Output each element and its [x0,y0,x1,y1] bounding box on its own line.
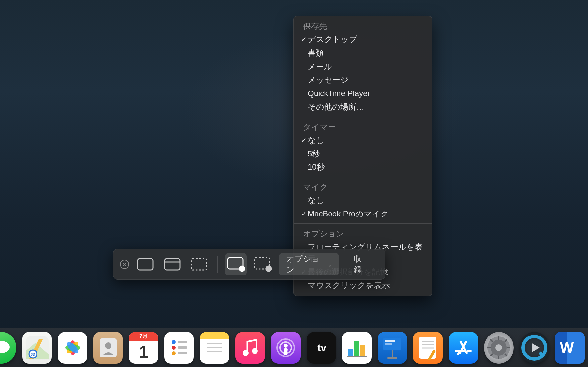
calendar-month: 7月 [129,332,158,341]
capture-window-button[interactable] [161,253,183,275]
keynote-icon [381,335,404,360]
menu-header-microphone: マイク [294,180,432,194]
chevron-down-icon: ⌄ [328,262,332,268]
numbers-icon [346,338,367,358]
calendar-day: 1 [129,341,158,364]
word-label: W [560,339,574,356]
dock-app-appstore[interactable] [449,332,478,364]
dock-app-contacts[interactable] [93,332,123,364]
menu-item-messages[interactable]: ✓メッセージ [294,73,432,87]
svg-rect-3 [191,259,207,270]
menu-item-quicktime[interactable]: ✓QuickTime Player [294,87,432,100]
menu-header-options: オプション [294,226,432,240]
svg-text:3D: 3D [31,353,35,356]
dock-app-pages[interactable] [413,332,443,364]
record-entire-screen-icon [227,257,245,272]
dock-app-music[interactable] [235,332,265,364]
podcasts-icon [275,337,296,358]
svg-line-50 [458,352,459,354]
svg-point-7 [266,266,271,271]
svg-point-27 [243,350,249,356]
svg-rect-23 [178,352,187,354]
dock-app-messages[interactable] [0,332,16,364]
menu-item-mic-macbook[interactable]: ✓MacBook Proのマイク [294,207,432,221]
check-icon: ✓ [300,35,308,44]
menu-item-other-location[interactable]: ✓その他の場所… [294,100,432,114]
dock-app-podcasts[interactable] [271,332,301,364]
svg-point-17 [105,342,111,349]
maps-icon: 3D [26,336,49,359]
record-selection-icon [254,257,272,272]
dock: 3D 7月 1 tv [0,328,588,367]
svg-point-28 [252,348,258,354]
appstore-icon [453,338,473,358]
check-icon: ✓ [300,136,308,145]
svg-rect-19 [178,341,187,343]
svg-rect-33 [354,341,359,356]
reminders-icon [168,337,190,359]
capture-selection-button[interactable] [188,253,210,275]
tv-label: tv [317,342,326,353]
dock-app-reminders[interactable] [164,332,194,364]
capture-window-icon [164,258,181,271]
svg-point-22 [172,351,176,355]
dock-app-notes[interactable] [200,332,229,364]
dock-app-calendar[interactable]: 7月 1 [129,332,158,364]
quicktime-icon [521,335,548,361]
menu-item-show-clicks[interactable]: ✓マウスクリックを表示 [294,279,432,292]
messages-icon [0,340,11,356]
menu-item-timer-10s[interactable]: ✓10秒 [294,160,432,174]
dock-app-tv[interactable]: tv [307,332,336,364]
svg-rect-38 [385,343,392,345]
menu-header-timer: タイマー [294,120,432,134]
svg-point-18 [172,340,176,344]
check-icon: ✓ [300,209,308,219]
svg-rect-40 [387,357,397,359]
svg-point-53 [495,344,502,351]
svg-rect-37 [385,340,395,342]
photos-icon [62,337,83,358]
dock-app-system-preferences[interactable] [484,332,514,364]
svg-rect-32 [348,349,353,356]
dock-app-keynote[interactable] [378,332,407,364]
close-icon: ✕ [122,261,127,268]
menu-item-timer-5s[interactable]: ✓5秒 [294,147,432,161]
svg-marker-63 [532,343,540,352]
dock-app-photos[interactable] [58,332,87,364]
svg-rect-21 [178,346,187,349]
menu-item-desktop[interactable]: ✓デスクトップ [294,33,432,46]
menu-item-mic-none[interactable]: ✓なし [294,194,432,207]
record-entire-screen-button[interactable] [225,253,247,275]
options-button[interactable]: オプション ⌄ [279,253,339,275]
menu-separator [294,177,432,177]
record-selection-button[interactable] [252,253,273,275]
gear-icon [486,335,512,361]
menu-separator [294,117,432,117]
options-label: オプション [286,254,326,275]
record-label: 収録 [354,254,369,275]
dock-app-maps[interactable]: 3D [22,332,52,364]
svg-rect-34 [360,345,365,356]
close-button[interactable]: ✕ [120,260,129,269]
menu-item-mail[interactable]: ✓メール [294,60,432,74]
dock-app-quicktime[interactable] [520,332,549,364]
menu-item-timer-none[interactable]: ✓なし [294,134,432,147]
music-icon [242,338,258,357]
svg-point-8 [0,341,10,353]
svg-point-31 [284,344,288,348]
capture-entire-screen-icon [137,258,154,271]
capture-entire-screen-button[interactable] [134,253,156,275]
screenshot-toolbar: ✕ オプション ⌄ 収録 [113,249,385,280]
svg-point-20 [172,346,176,350]
record-button[interactable]: 収録 [344,253,378,275]
toolbar-divider [217,256,218,273]
menu-header-save-to: 保存先 [294,19,432,33]
dock-app-word[interactable]: W [555,332,585,364]
capture-selection-icon [190,258,208,271]
menu-item-documents[interactable]: ✓書類 [294,46,432,60]
menu-separator [294,223,432,224]
contacts-icon [98,337,119,358]
dock-app-numbers[interactable] [342,332,372,364]
svg-rect-1 [165,259,180,270]
svg-rect-0 [138,259,153,270]
